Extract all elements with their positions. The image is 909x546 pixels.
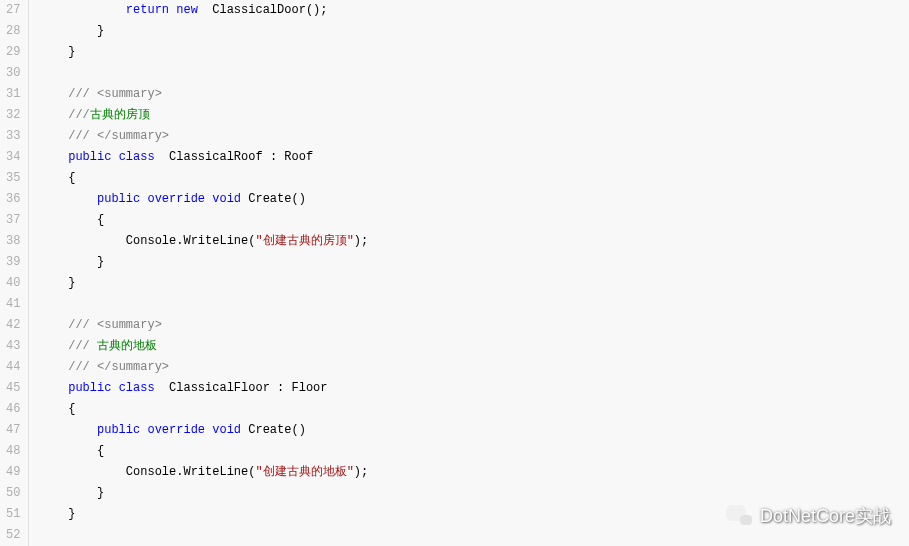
code-line: }	[39, 273, 909, 294]
line-number: 27	[6, 0, 20, 21]
line-number: 40	[6, 273, 20, 294]
code-line: /// <summary>	[39, 315, 909, 336]
code-line: public override void Create()	[39, 420, 909, 441]
line-number: 51	[6, 504, 20, 525]
code-line: {	[39, 210, 909, 231]
line-number: 48	[6, 441, 20, 462]
line-number: 52	[6, 525, 20, 546]
code-line: {	[39, 399, 909, 420]
code-line: }	[39, 483, 909, 504]
line-number: 46	[6, 399, 20, 420]
code-line: /// <summary>	[39, 84, 909, 105]
code-line: }	[39, 21, 909, 42]
line-number: 36	[6, 189, 20, 210]
code-line: Console.WriteLine("创建古典的房顶");	[39, 231, 909, 252]
line-number: 32	[6, 105, 20, 126]
line-number: 47	[6, 420, 20, 441]
line-number: 37	[6, 210, 20, 231]
line-number: 43	[6, 336, 20, 357]
code-line: /// </summary>	[39, 357, 909, 378]
line-number: 33	[6, 126, 20, 147]
code-line: return new ClassicalDoor();	[39, 0, 909, 21]
code-line	[39, 294, 909, 315]
line-number: 30	[6, 63, 20, 84]
code-line: public class ClassicalFloor : Floor	[39, 378, 909, 399]
code-line: Console.WriteLine("创建古典的地板");	[39, 462, 909, 483]
code-line: {	[39, 168, 909, 189]
line-number: 42	[6, 315, 20, 336]
line-number: 29	[6, 42, 20, 63]
code-line: /// </summary>	[39, 126, 909, 147]
code-line: }	[39, 504, 909, 525]
code-line: {	[39, 441, 909, 462]
line-number-gutter: 2728293031323334353637383940414243444546…	[0, 0, 29, 546]
code-line: }	[39, 42, 909, 63]
line-number: 35	[6, 168, 20, 189]
line-number: 45	[6, 378, 20, 399]
code-line	[39, 63, 909, 84]
code-line	[39, 525, 909, 546]
code-line: public override void Create()	[39, 189, 909, 210]
line-number: 28	[6, 21, 20, 42]
line-number: 38	[6, 231, 20, 252]
line-number: 31	[6, 84, 20, 105]
line-number: 44	[6, 357, 20, 378]
line-number: 39	[6, 252, 20, 273]
code-line: public class ClassicalRoof : Roof	[39, 147, 909, 168]
code-container: 2728293031323334353637383940414243444546…	[0, 0, 909, 546]
code-line: ///古典的房顶	[39, 105, 909, 126]
line-number: 50	[6, 483, 20, 504]
code-line: }	[39, 252, 909, 273]
code-area[interactable]: return new ClassicalDoor(); } } /// <sum…	[29, 0, 909, 546]
line-number: 34	[6, 147, 20, 168]
line-number: 41	[6, 294, 20, 315]
line-number: 49	[6, 462, 20, 483]
code-line: /// 古典的地板	[39, 336, 909, 357]
